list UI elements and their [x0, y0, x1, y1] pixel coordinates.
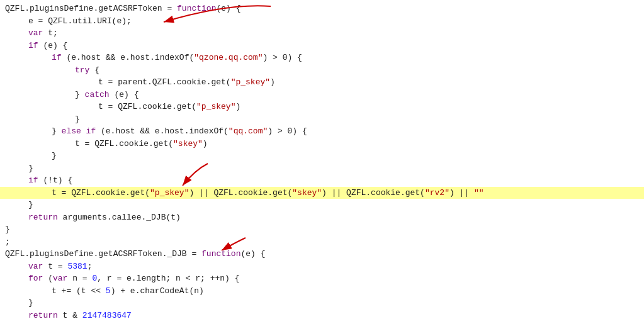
code-line: }	[0, 113, 644, 126]
code-line: ;	[0, 236, 644, 249]
code-line: for (var n = 0, r = e.length; n < r; ++n…	[0, 272, 644, 285]
token-keyword: if	[28, 174, 38, 187]
token-default: (e.host && e.host.indexOf(	[62, 52, 195, 64]
token-default: (e) {	[240, 248, 265, 260]
code-line: }	[0, 321, 644, 324]
token-default: (e) {	[110, 89, 139, 101]
token-default: (e) {	[216, 3, 240, 15]
code-line: var t = 5381;	[0, 260, 644, 273]
code-line: }	[0, 297, 644, 310]
token-string: "p_skey"	[231, 76, 270, 89]
code-line: if (e.host && e.host.indexOf("qzone.qq.c…	[0, 52, 644, 64]
token-default: t =	[43, 260, 67, 273]
token-number: 5	[106, 285, 111, 298]
token-default: e = QZFL.util.URI(e);	[28, 15, 132, 28]
token-default: )	[203, 138, 208, 150]
code-line: }	[0, 150, 644, 162]
token-string: "skey"	[292, 187, 322, 199]
token-keyword: else if	[62, 125, 96, 138]
token-default: QZFL.pluginsDefine.getACSRFToken =	[5, 3, 177, 15]
token-default: ;	[88, 260, 93, 273]
token-default: }	[75, 113, 80, 126]
token-default: }	[52, 125, 62, 138]
code-line: QZFL.pluginsDefine.getACSRFToken = funct…	[0, 3, 644, 15]
code-line: return arguments.callee._DJB(t)	[0, 211, 644, 224]
code-line: try {	[0, 64, 644, 77]
token-string: "qq.com"	[229, 125, 268, 138]
code-line: t = parent.QZFL.cookie.get("p_skey")	[0, 76, 644, 89]
code-line: }	[0, 223, 644, 236]
token-string: "rv2"	[425, 187, 449, 199]
token-default: t = QZFL.cookie.get(	[52, 187, 150, 199]
token-default: }	[28, 297, 33, 310]
token-default: }	[52, 150, 57, 162]
token-keyword: if	[28, 40, 38, 52]
token-default: (e) {	[38, 40, 68, 52]
token-string: ""	[474, 187, 484, 199]
code-line: t += (t << 5) + e.charCodeAt(n)	[0, 285, 644, 298]
token-default: , r = e.length; n < r; ++n) {	[97, 272, 239, 285]
code-line: } catch (e) {	[0, 89, 644, 101]
token-default: ) || QZFL.cookie.get(	[189, 187, 292, 199]
token-default: t;	[43, 27, 57, 40]
token-keyword: return	[28, 310, 58, 322]
code-container: QZFL.pluginsDefine.getACSRFToken = funct…	[0, 0, 644, 324]
token-default: ) + e.charCodeAt(n)	[111, 285, 204, 298]
token-keyword: var	[53, 272, 67, 285]
token-default: arguments.callee._DJB(t)	[58, 211, 181, 224]
token-default: ) > 0) {	[263, 52, 302, 64]
token-keyword: try	[75, 64, 89, 77]
code-line: if (!t) {	[0, 174, 644, 187]
token-default: {	[89, 64, 99, 77]
token-default: (!t) {	[38, 174, 73, 187]
token-default: t += (t <<	[52, 285, 106, 298]
code-line: t = QZFL.cookie.get("p_skey") || QZFL.co…	[0, 187, 644, 199]
code-line: var t;	[0, 27, 644, 40]
token-default: (e.host && e.host.indexOf(	[96, 125, 229, 138]
token-default: t = QZFL.cookie.get(	[98, 101, 196, 113]
code-line: t = QZFL.cookie.get("p_skey")	[0, 101, 644, 113]
token-keyword: if	[52, 52, 62, 64]
code-line: }	[0, 162, 644, 175]
token-number: 0	[92, 272, 97, 285]
token-default: }	[28, 199, 33, 211]
token-default: QZFL.pluginsDefine.getACSRFToken._DJB =	[5, 248, 201, 260]
token-default: ) || QZFL.cookie.get(	[322, 187, 425, 199]
token-default: t = parent.QZFL.cookie.get(	[98, 76, 231, 89]
token-default: }	[5, 321, 10, 324]
token-string: "p_skey"	[150, 187, 189, 199]
token-default: )	[235, 101, 240, 113]
code-line: e = QZFL.util.URI(e);	[0, 15, 644, 28]
code-lines: QZFL.pluginsDefine.getACSRFToken = funct…	[0, 3, 644, 324]
token-default: ) > 0) {	[268, 125, 307, 138]
token-keyword: function	[201, 248, 240, 260]
token-default: n =	[67, 272, 92, 285]
token-default: ) ||	[449, 187, 474, 199]
token-string: "p_skey"	[196, 101, 235, 113]
token-default: t &	[58, 310, 82, 322]
token-number: 5381	[67, 260, 87, 273]
token-default: }	[75, 89, 85, 101]
code-line: }	[0, 199, 644, 211]
token-number: 2147483647	[82, 310, 132, 322]
code-line: QZFL.pluginsDefine.getACSRFToken._DJB = …	[0, 248, 644, 260]
token-keyword: for	[28, 272, 43, 285]
code-line: if (e) {	[0, 40, 644, 52]
token-default: }	[5, 223, 10, 236]
token-keyword: catch	[85, 89, 110, 101]
token-default: )	[270, 76, 275, 89]
code-line: } else if (e.host && e.host.indexOf("qq.…	[0, 125, 644, 138]
token-keyword: var	[28, 260, 43, 273]
token-default: (	[43, 272, 53, 285]
code-line: t = QZFL.cookie.get("skey")	[0, 138, 644, 150]
token-default: ;	[5, 236, 10, 249]
token-default: }	[28, 162, 33, 175]
token-keyword: function	[177, 3, 216, 15]
token-keyword: var	[28, 27, 43, 40]
token-string: "skey"	[173, 138, 203, 150]
token-keyword: return	[28, 211, 58, 224]
token-string: "qzone.qq.com"	[194, 52, 263, 64]
code-line: return t & 2147483647	[0, 310, 644, 322]
token-default: t = QZFL.cookie.get(	[75, 138, 173, 150]
